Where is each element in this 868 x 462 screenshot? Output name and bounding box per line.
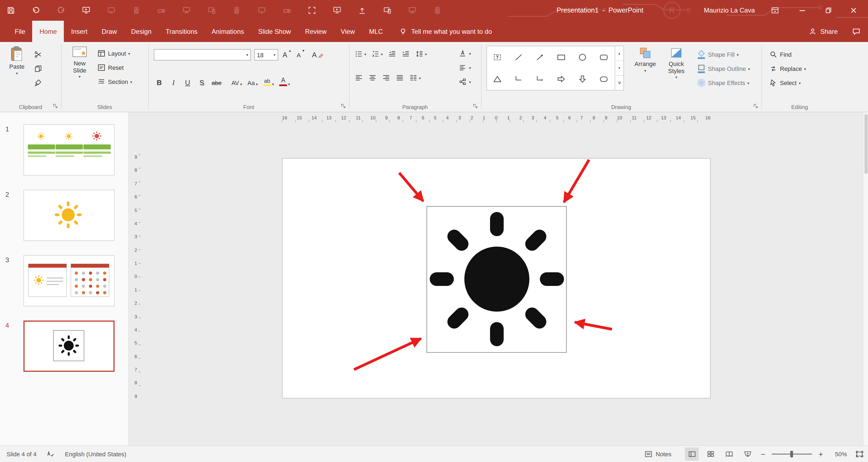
save-icon[interactable] (6, 6, 15, 15)
start-slideshow-icon[interactable] (82, 6, 91, 15)
shape-down-arrow[interactable] (572, 68, 593, 90)
vertical-scrollbar[interactable] (863, 112, 868, 446)
undo-icon[interactable] (32, 6, 40, 15)
ribbon-display-options-icon[interactable] (767, 0, 783, 21)
zoom-out-button[interactable]: − (759, 450, 767, 458)
tab-mlc[interactable]: MLC (362, 21, 390, 42)
fit-slide-to-window-icon[interactable] (855, 450, 864, 458)
gallery-more-icon[interactable] (615, 76, 623, 90)
reading-view-button[interactable] (722, 448, 736, 461)
increase-font-size-button[interactable]: A▲ (282, 49, 291, 61)
reset-button[interactable]: Reset (97, 62, 124, 74)
shape-line[interactable] (508, 46, 530, 68)
numbering-button[interactable]: ▾ (371, 50, 383, 58)
zoom-level[interactable]: 50% (833, 451, 847, 457)
increase-indent-button[interactable] (401, 50, 410, 58)
find-button[interactable]: Find (769, 48, 792, 61)
scrollbar-thumb[interactable] (864, 114, 868, 174)
zoom-slider-thumb[interactable] (790, 451, 793, 457)
decrease-indent-button[interactable] (388, 50, 397, 58)
tab-slide-show[interactable]: Slide Show (251, 21, 298, 42)
restore-icon[interactable] (820, 0, 837, 21)
paste-button[interactable]: Paste ▾ (4, 46, 29, 75)
layout-button[interactable]: Layout▾ (97, 47, 130, 59)
line-spacing-button[interactable]: ▾ (415, 50, 427, 58)
format-painter-button[interactable] (32, 77, 45, 89)
shape-text-box[interactable] (487, 46, 508, 68)
redo-icon[interactable] (57, 6, 65, 15)
shape-elbow-arrow-connector[interactable] (530, 68, 551, 90)
slide-thumbnail-4[interactable] (24, 321, 115, 372)
section-button[interactable]: Section▾ (97, 76, 132, 88)
slide-editing-area[interactable] (282, 158, 711, 398)
shape-effects-button[interactable]: Shape Effects▾ (697, 77, 749, 89)
shape-elbow-connector[interactable] (508, 68, 530, 90)
align-left-button[interactable] (354, 74, 363, 82)
shape-line-arrow[interactable] (530, 46, 551, 68)
dialog-launcher-icon[interactable] (52, 103, 58, 109)
align-text-button[interactable]: ▾ (458, 62, 471, 74)
shape-flowchart-alternate-process[interactable] (593, 68, 614, 90)
shape-right-arrow[interactable] (551, 68, 572, 90)
close-icon[interactable] (845, 0, 862, 21)
underline-button[interactable]: U (183, 79, 192, 86)
bold-button[interactable]: B (155, 79, 164, 86)
convert-to-smartart-button[interactable]: ▾ (458, 76, 471, 88)
columns-button[interactable]: ▾ (409, 74, 421, 82)
quick-styles-button[interactable]: Quick Styles ▾ (662, 46, 690, 79)
tab-view[interactable]: View (334, 21, 362, 42)
font-color-button[interactable]: A▾ (279, 77, 290, 86)
slide-thumbnail-2[interactable] (24, 190, 115, 241)
text-shadow-button[interactable]: S (197, 79, 206, 86)
change-case-button[interactable]: Aa▾ (247, 80, 258, 86)
zoom-slider[interactable] (772, 454, 812, 455)
picture-selection-box[interactable] (427, 206, 567, 353)
slide-thumbnail-3[interactable] (24, 255, 115, 306)
gallery-scroll-down-icon[interactable]: ▾ (615, 61, 623, 76)
tab-design[interactable]: Design (124, 21, 159, 42)
sun-picture[interactable] (429, 211, 565, 347)
tab-review[interactable]: Review (298, 21, 334, 42)
tab-home[interactable]: Home (32, 21, 64, 42)
tab-insert[interactable]: Insert (64, 21, 95, 42)
cut-button[interactable] (32, 48, 45, 61)
replace-button[interactable]: Replace▾ (769, 63, 806, 75)
align-center-button[interactable] (368, 74, 377, 82)
character-spacing-button[interactable]: AV▾ (231, 80, 242, 86)
align-right-button[interactable] (382, 74, 391, 82)
notes-button[interactable]: Notes (644, 450, 672, 458)
gallery-scroll-up-icon[interactable]: ▴ (615, 46, 623, 61)
slide-thumbnail-1[interactable] (24, 124, 115, 175)
font-size-combo[interactable]: 18▾ (254, 49, 278, 61)
arrange-button[interactable]: Arrange ▾ (631, 46, 659, 72)
slide-show-button[interactable] (741, 448, 754, 461)
comments-button[interactable] (852, 21, 861, 42)
text-direction-button[interactable]: ▾ (458, 47, 471, 59)
font-name-combo[interactable]: ▾ (154, 49, 251, 61)
slide-sorter-view-button[interactable] (704, 448, 717, 461)
strikethrough-button[interactable]: abe (212, 80, 222, 86)
new-slide-button[interactable]: New Slide ▾ (66, 46, 93, 79)
highlight-color-button[interactable]: ab▾ (263, 78, 274, 86)
tab-transitions[interactable]: Transitions (159, 21, 205, 42)
tell-me-box[interactable]: Tell me what you want to do (399, 21, 492, 42)
dialog-launcher-icon[interactable] (753, 103, 758, 109)
shape-isosceles-triangle[interactable] (487, 68, 508, 90)
spellcheck-icon[interactable] (46, 450, 55, 458)
shape-rectangle[interactable] (551, 46, 572, 68)
minimize-icon[interactable] (794, 0, 810, 21)
share-button[interactable]: Share (808, 21, 838, 42)
language-indicator[interactable]: English (United States) (65, 451, 126, 457)
bullets-button[interactable]: ▾ (354, 50, 366, 58)
decrease-font-size-button[interactable]: A▼ (297, 49, 305, 61)
justify-button[interactable] (395, 74, 404, 82)
shape-oval[interactable] (572, 46, 593, 68)
shape-fill-button[interactable]: Shape Fill▾ (697, 48, 739, 61)
tab-file[interactable]: File (8, 21, 32, 42)
tab-animations[interactable]: Animations (205, 21, 251, 42)
clear-formatting-button[interactable]: A (312, 49, 323, 61)
tab-draw[interactable]: Draw (95, 21, 124, 42)
italic-button[interactable]: I (169, 79, 178, 86)
zoom-in-button[interactable]: + (817, 450, 825, 458)
dialog-launcher-icon[interactable] (472, 103, 478, 109)
